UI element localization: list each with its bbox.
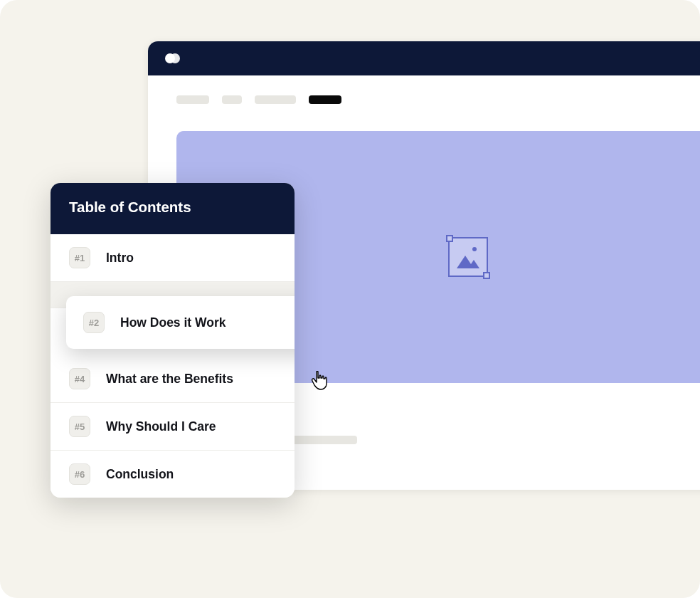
toc-item-why-should-i-care[interactable]: #5 Why Should I Care [51,403,295,451]
toc-drag-gap: #2 How Does it Work #3 Where Do I Start [51,282,295,355]
tab-active[interactable] [309,95,341,104]
toc-item-what-are-the-benefits[interactable]: #4 What are the Benefits [51,355,295,403]
tab-placeholder[interactable] [176,95,209,104]
canvas: Table of Contents #1 Intro #2 How Does i… [0,0,700,598]
toc-item-label: Conclusion [106,467,174,482]
toc-item-label: Why Should I Care [106,419,216,434]
toc-item-how-does-it-work[interactable]: #2 How Does it Work [66,296,295,349]
toc-item-number: #5 [69,416,90,437]
app-logo-icon [165,53,182,64]
toc-panel: Table of Contents #1 Intro #2 How Does i… [51,183,295,498]
toc-item-number: #4 [69,368,90,389]
tab-placeholder[interactable] [255,95,296,104]
toc-item-number: #6 [69,463,90,485]
tab-placeholder[interactable] [222,95,242,104]
toc-item-number: #1 [69,247,90,268]
toc-item-conclusion[interactable]: #6 Conclusion [51,451,295,498]
toc-item-label: How Does it Work [120,315,226,330]
titlebar [148,41,700,75]
tab-bar [148,75,700,121]
toc-list: #1 Intro #2 How Does it Work #3 Where Do… [51,234,295,498]
toc-item-intro[interactable]: #1 Intro [51,234,295,282]
image-icon [448,237,488,277]
toc-item-label: What are the Benefits [106,372,233,387]
toc-header: Table of Contents [51,183,295,234]
toc-item-label: Intro [106,251,134,266]
toc-item-number: #2 [83,312,105,333]
